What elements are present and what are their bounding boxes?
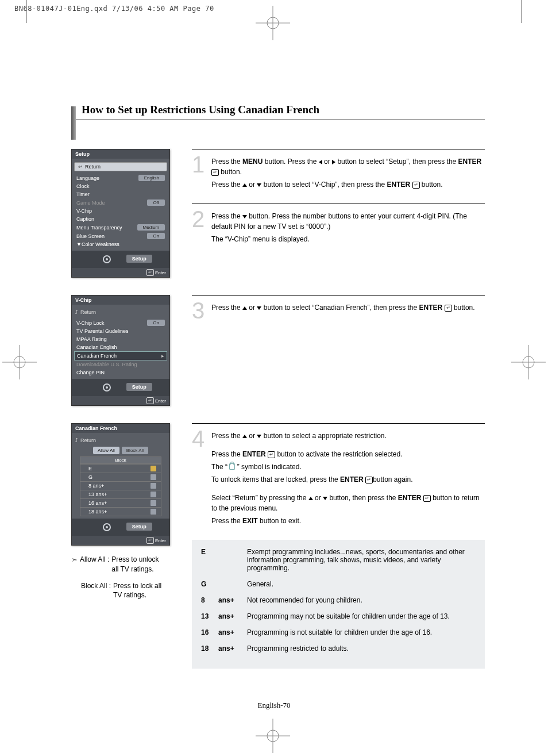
crop-mark-right	[521, 0, 522, 23]
osd-footer: Setup	[72, 251, 169, 268]
osd-row: Clock	[74, 182, 167, 190]
osd-row: Downloadable U.S. Rating	[74, 360, 167, 369]
up-arrow-icon	[242, 183, 247, 187]
osd-title: Canadian French	[72, 424, 169, 433]
block-header: Block	[80, 457, 161, 464]
osd-footer: Setup	[72, 519, 169, 536]
registration-mark-icon	[256, 6, 290, 40]
osd-row: Game ModeOff	[74, 198, 167, 207]
osd-return-row: ⤴ Return	[74, 308, 167, 316]
gear-icon	[102, 522, 112, 532]
osd-row: Caption	[74, 215, 167, 223]
osd-row: LanguageEnglish	[74, 174, 167, 182]
osd-row: MPAA Rating	[74, 335, 167, 343]
down-arrow-icon	[242, 215, 247, 218]
step-number: 2	[192, 210, 207, 247]
step-number: 1	[192, 155, 207, 192]
osd-enter-hint: ↵ Enter	[72, 396, 169, 405]
osd-return-row: ↩ Return	[74, 162, 167, 171]
return-label: Return	[85, 164, 101, 170]
registration-mark-icon	[256, 719, 290, 753]
step-3: 3 Press the or button to select “Canadia…	[192, 295, 485, 320]
enter-icon: ↵	[445, 305, 452, 312]
lock-icon	[150, 500, 156, 506]
osd-row: Canadian French▸	[74, 351, 167, 360]
rating-row: 13 ans+	[80, 490, 161, 498]
step-text: Press the MENU button. Press the or butt…	[211, 155, 485, 192]
lock-icon	[229, 463, 235, 470]
rating-definition-row: 13ans+Programming may not be suitable fo…	[201, 612, 476, 620]
osd-row: Menu TransparencyMedium	[74, 223, 167, 232]
gear-icon	[102, 254, 112, 264]
rating-definition-row: GGeneral.	[201, 580, 476, 588]
enter-icon: ↵	[412, 182, 420, 189]
osd-footer-label: Setup	[126, 255, 152, 263]
allow-block-notes: ➣ Allow All :Press to unlock all TV rati…	[71, 555, 175, 600]
crop-mark-left	[26, 0, 27, 23]
osd-row: Canadian English	[74, 343, 167, 351]
lock-icon	[150, 483, 156, 489]
osd-row: TV Parental Gudelines	[74, 327, 167, 335]
osd-rows: LanguageEnglishClockTimerGame ModeOffV-C…	[74, 174, 167, 248]
enter-icon: ↵	[268, 451, 275, 458]
ratings-definitions-table: EExempt programming includes...news, spo…	[192, 540, 485, 669]
step-text: Press the or button to select “Canadian …	[211, 301, 475, 320]
return-icon: ↩	[78, 164, 83, 170]
svg-point-13	[106, 258, 108, 260]
osd-footer-label: Setup	[126, 523, 152, 531]
allow-block-row: Allow All Block All	[74, 447, 167, 454]
rating-row: 16 ans+	[80, 498, 161, 507]
osd-title: Setup	[72, 149, 169, 159]
gear-icon	[102, 382, 112, 393]
up-arrow-icon	[242, 435, 247, 438]
osd-row: V-Chip	[74, 207, 167, 215]
up-arrow-icon	[242, 306, 247, 310]
osd-footer-label: Setup	[126, 383, 152, 391]
down-arrow-icon	[323, 497, 327, 500]
osd-setup-menu: Setup ↩ Return LanguageEnglishClockTimer…	[71, 149, 170, 278]
enter-icon: ↵	[211, 169, 219, 176]
section-accent-bar	[71, 106, 76, 140]
svg-point-17	[106, 526, 108, 528]
pointer-icon: ➣	[71, 555, 78, 574]
osd-row: V-Chip LockOn	[74, 318, 167, 327]
return-label: Return	[80, 438, 96, 443]
lock-icon	[150, 474, 156, 480]
lock-icon	[150, 509, 156, 515]
rating-row: E	[80, 464, 161, 473]
osd-title: V-Chip	[72, 296, 169, 305]
step-number: 4	[192, 429, 207, 528]
svg-point-15	[106, 386, 108, 389]
registration-mark-icon	[511, 345, 546, 379]
lock-icon	[150, 492, 156, 497]
step-text: Press the or button to select a appropri…	[211, 429, 485, 528]
osd-enter-hint: ↵ Enter	[72, 268, 169, 277]
osd-row: Blue ScreenOn	[74, 232, 167, 240]
rating-definition-row: 8ans+Not recommended for young children.	[201, 596, 476, 604]
osd-canadian-french-menu: Canadian French ⤴ Return Allow All Block…	[71, 423, 170, 546]
page-number: English-70	[0, 701, 548, 710]
osd-return-row: ⤴ Return	[74, 436, 167, 444]
return-icon: ⤴	[75, 309, 78, 315]
rating-row: 8 ans+	[80, 481, 161, 490]
lock-icon	[150, 466, 156, 471]
return-label: Return	[80, 309, 96, 315]
ratings-list: Block EG8 ans+13 ans+16 ans+18 ans+	[80, 456, 161, 516]
osd-row: Change PIN	[74, 369, 167, 377]
step-text: Press the button. Press the number butto…	[211, 210, 485, 247]
rating-row: G	[80, 473, 161, 481]
rating-definition-row: EExempt programming includes...news, spo…	[201, 548, 476, 572]
rating-row: 18 ans+	[80, 507, 161, 516]
osd-row: Timer	[74, 190, 167, 198]
section-header: How to Set up Restrictions Using Canadia…	[71, 103, 485, 120]
osd-vchip-menu: V-Chip ⤴ Return V-Chip LockOnTV Parental…	[71, 295, 170, 406]
registration-mark-icon	[2, 345, 37, 379]
block-all-pill: Block All	[122, 447, 148, 454]
step-number: 3	[192, 301, 207, 320]
up-arrow-icon	[308, 497, 313, 500]
return-icon: ⤴	[75, 438, 78, 443]
allow-all-pill: Allow All	[93, 447, 119, 454]
print-header: BN68-01047J-01Eng.qxd 7/13/06 4:50 AM Pa…	[14, 5, 214, 13]
section-title: How to Set up Restrictions Using Canadia…	[82, 103, 319, 116]
step-4: 4 Press the or button to select a approp…	[192, 423, 485, 528]
